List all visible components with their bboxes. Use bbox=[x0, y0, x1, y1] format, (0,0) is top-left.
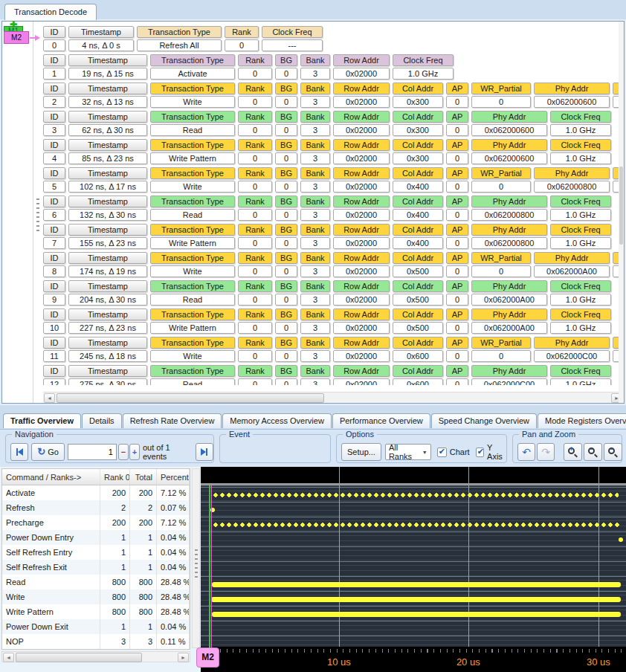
table-row[interactable]: Self Refresh Entry110.04 % bbox=[2, 545, 190, 560]
table-row[interactable]: Refresh220.07 % bbox=[2, 500, 190, 515]
last-event-button[interactable] bbox=[196, 443, 213, 461]
decrement-button[interactable]: − bbox=[118, 444, 129, 460]
cell-header: BG bbox=[275, 167, 297, 179]
cell-value: 227 ns, Δ 23 ns bbox=[68, 322, 147, 334]
transaction-row[interactable]: ID3Timestamp62 ns, Δ 30 nsTransaction Ty… bbox=[43, 111, 623, 136]
setup-button[interactable]: Setup... bbox=[341, 443, 381, 461]
zoom-in-button[interactable]: + bbox=[564, 443, 582, 461]
table-row[interactable]: Write80080028.48 % bbox=[2, 589, 190, 604]
transaction-row[interactable]: ID7Timestamp155 ns, Δ 23 nsTransaction T… bbox=[43, 224, 623, 249]
tab-details[interactable]: Details bbox=[82, 413, 122, 428]
overview-tabbar: Traffic OverviewDetailsRefresh Rate Over… bbox=[3, 413, 626, 430]
cell-value: 19 ns, Δ 15 ns bbox=[68, 68, 147, 80]
cell-value: 0x062000C00 bbox=[534, 350, 610, 362]
transaction-cell: BG0 bbox=[275, 167, 297, 193]
cell-value: 32 ns, Δ 13 ns bbox=[68, 96, 147, 108]
chart-marker-m2-label[interactable]: M2 bbox=[196, 647, 219, 668]
tab-speed-change-overview[interactable]: Speed Change Overview bbox=[431, 413, 537, 428]
zoom-fit-button[interactable]: − bbox=[604, 443, 622, 461]
scrollbar-thumb[interactable] bbox=[16, 653, 142, 662]
column-header[interactable]: Rank 0 bbox=[100, 469, 130, 485]
yaxis-checkbox[interactable]: Y Axis bbox=[476, 443, 506, 461]
decode-vertical-scrollbar[interactable] bbox=[619, 22, 624, 403]
event-number-input[interactable] bbox=[68, 444, 117, 460]
scroll-left-icon[interactable]: ◄ bbox=[3, 653, 14, 662]
scrollbar-thumb[interactable] bbox=[619, 167, 623, 245]
table-row[interactable]: Activate2002007.12 % bbox=[2, 485, 190, 500]
go-button[interactable]: ↻ Go bbox=[31, 443, 65, 461]
cell-count: 1 bbox=[130, 530, 157, 545]
increment-button[interactable]: + bbox=[129, 444, 140, 460]
tab-memory-access-overview[interactable]: Memory Access Overview bbox=[222, 413, 332, 428]
chart-plot-area[interactable] bbox=[201, 483, 626, 647]
table-row[interactable]: Precharge2002007.12 % bbox=[2, 515, 190, 530]
cell-count: 800 bbox=[130, 575, 157, 589]
column-header[interactable]: Command / Ranks-> bbox=[2, 469, 100, 485]
table-row[interactable]: Power Down Exit110.04 % bbox=[2, 619, 190, 634]
cell-value: 0x062000600 bbox=[534, 96, 610, 108]
transaction-row[interactable]: ID4Timestamp85 ns, Δ 23 nsTransaction Ty… bbox=[43, 139, 623, 164]
transaction-row[interactable]: ID0Timestamp4 ns, Δ 0 sTransaction TypeR… bbox=[43, 26, 623, 51]
table-row[interactable]: Power Down Entry110.04 % bbox=[2, 530, 190, 545]
cell-header: BG bbox=[275, 196, 297, 207]
tab-refresh-rate-overview[interactable]: Refresh Rate Overview bbox=[123, 413, 222, 428]
transaction-row[interactable]: ID12Timestamp275 ns, Δ 30 nsTransaction … bbox=[43, 365, 623, 385]
splitter-grip-icon bbox=[195, 549, 198, 579]
cell-command: Self Refresh Exit bbox=[2, 560, 100, 575]
tab-traffic-overview[interactable]: Traffic Overview bbox=[3, 413, 81, 428]
transaction-row[interactable]: ID10Timestamp227 ns, Δ 23 nsTransaction … bbox=[43, 308, 623, 334]
table-vertical-scrollbar[interactable] bbox=[192, 468, 200, 648]
transaction-row[interactable]: ID6Timestamp132 ns, Δ 30 nsTransaction T… bbox=[43, 196, 623, 221]
ranks-dropdown[interactable]: All Ranks ▼ bbox=[385, 444, 431, 460]
zoom-out-button[interactable]: − bbox=[584, 443, 602, 461]
transaction-row[interactable]: ID1Timestamp19 ns, Δ 15 nsTransaction Ty… bbox=[43, 54, 623, 80]
transaction-row[interactable]: ID5Timestamp102 ns, Δ 17 nsTransaction T… bbox=[43, 167, 623, 193]
transaction-row[interactable]: ID2Timestamp32 ns, Δ 13 nsTransaction Ty… bbox=[43, 83, 623, 108]
vertical-splitter[interactable] bbox=[34, 22, 42, 403]
cell-header: Col Addr bbox=[393, 365, 443, 377]
table-row[interactable]: Read80080028.48 % bbox=[2, 575, 190, 589]
table-row[interactable]: Self Refresh Exit110.04 % bbox=[2, 560, 190, 575]
chart-checkbox[interactable]: Chart bbox=[437, 448, 470, 457]
transaction-row[interactable]: ID11Timestamp245 ns, Δ 18 nsTransaction … bbox=[43, 337, 623, 362]
tab-mode-registers-overview[interactable]: Mode Registers Overview bbox=[538, 413, 626, 428]
cell-value: 4 ns, Δ 0 s bbox=[68, 39, 134, 51]
cell-command: NOP bbox=[2, 634, 100, 649]
transaction-cell: ID6 bbox=[43, 196, 65, 221]
transaction-cell: Timestamp227 ns, Δ 23 ns bbox=[68, 308, 147, 334]
column-header[interactable]: Total bbox=[130, 469, 157, 485]
tab-performance-overview[interactable]: Performance Overview bbox=[332, 413, 430, 428]
cell-header: Timestamp bbox=[68, 252, 147, 264]
transaction-cell: Phy Addr0x062000800 bbox=[471, 224, 547, 249]
cell-value: 1.0 GHz bbox=[550, 322, 611, 334]
transaction-cell: AP0 bbox=[446, 139, 468, 164]
transaction-cell: Transaction TypeRead bbox=[150, 280, 235, 306]
cell-header: Timestamp bbox=[68, 139, 147, 151]
scroll-right-icon[interactable]: ► bbox=[178, 653, 189, 662]
pan-zoom-groupbox: Pan and Zoom ↶ ↷ + − − bbox=[512, 434, 622, 463]
transaction-cell: Col Addr0x600 bbox=[393, 337, 443, 362]
decode-horizontal-scrollbar[interactable]: ◄ ► bbox=[43, 392, 623, 403]
table-horizontal-scrollbar[interactable]: ◄ ► bbox=[1, 651, 190, 662]
undo-view-button[interactable]: ↶ bbox=[517, 443, 535, 461]
column-header[interactable]: Percent bbox=[157, 469, 190, 485]
tab-transaction-decode[interactable]: Transaction Decode bbox=[4, 4, 97, 20]
cell-header: ID bbox=[43, 252, 65, 264]
transaction-row[interactable]: ID9Timestamp204 ns, Δ 30 nsTransaction T… bbox=[43, 280, 623, 306]
transaction-cell: Clock Freq--- bbox=[262, 26, 323, 51]
cell-value: 0 bbox=[238, 237, 272, 249]
cell-count: 0.07 % bbox=[157, 500, 190, 515]
cell-header: AP bbox=[446, 224, 468, 236]
gridline-vertical bbox=[468, 485, 469, 647]
cell-header: Row Addr bbox=[333, 111, 390, 123]
table-row[interactable]: NOP330.11 % bbox=[2, 634, 190, 649]
first-event-button[interactable] bbox=[10, 443, 28, 461]
event-dot-power-down-entry bbox=[619, 537, 623, 542]
marker-m2[interactable]: M2 bbox=[4, 31, 29, 44]
redo-view-button[interactable]: ↷ bbox=[537, 443, 555, 461]
cell-value: 0x062000C00 bbox=[471, 378, 547, 385]
scrollbar-thumb[interactable] bbox=[57, 393, 324, 403]
table-row[interactable]: Write Pattern80080028.48 % bbox=[2, 604, 190, 619]
scroll-left-icon[interactable]: ◄ bbox=[44, 393, 55, 403]
transaction-row[interactable]: ID8Timestamp174 ns, Δ 19 nsTransaction T… bbox=[43, 252, 623, 277]
